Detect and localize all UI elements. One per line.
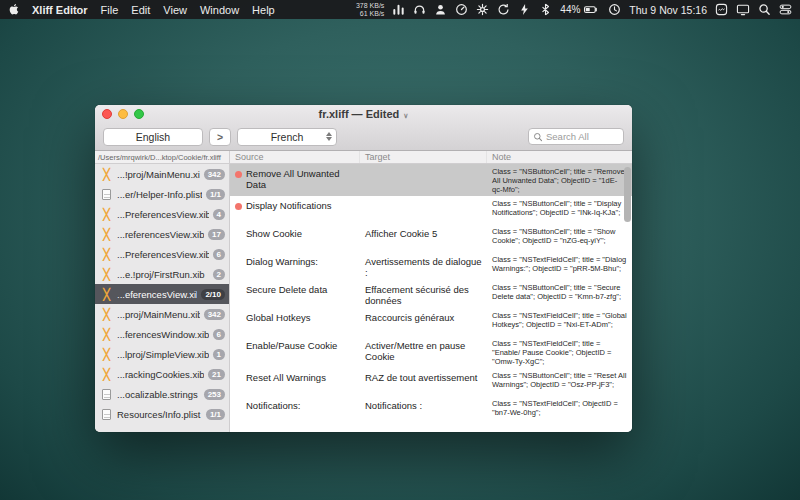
- xib-file-icon: ╳: [100, 369, 113, 380]
- note-cell: Class = "NSButtonCell"; title = "Secure …: [487, 280, 632, 308]
- count-badge: 21: [208, 369, 225, 380]
- count-badge: 342: [204, 169, 225, 180]
- target-cell: Effacement sécurisé des données: [360, 280, 487, 308]
- close-button[interactable]: [102, 109, 112, 119]
- bluetooth-icon[interactable]: [539, 3, 552, 16]
- note-cell: Class = "NSButtonCell"; title = "Show Co…: [487, 224, 632, 252]
- table-row[interactable]: Secure Delete dataEffacement sécurisé de…: [230, 280, 632, 308]
- window-body: ╳...!proj/MainMenu.xib342...er/Helper-In…: [95, 164, 632, 432]
- file-name-label: ...eferencesView.xib: [117, 289, 197, 300]
- xib-file-icon: ╳: [100, 329, 113, 340]
- count-badge: 17: [208, 229, 225, 240]
- count-badge: 2/10: [201, 289, 225, 300]
- target-language-select[interactable]: French: [237, 128, 337, 146]
- source-cell: Enable/Pause Cookie: [230, 336, 360, 368]
- window-title: fr.xliff — Edited∨: [95, 108, 632, 120]
- search-field[interactable]: [528, 128, 624, 145]
- column-header-target[interactable]: Target: [360, 151, 487, 163]
- siri-icon[interactable]: [715, 3, 728, 16]
- count-badge: 6: [213, 249, 225, 260]
- sidebar-item[interactable]: ╳...proj/MainMenu.xib342: [95, 304, 229, 324]
- plist-file-icon: [100, 189, 113, 200]
- untranslated-dot-icon: [235, 203, 242, 210]
- table-row[interactable]: Global HotkeysRaccourcis générauxClass =…: [230, 308, 632, 336]
- menu-edit[interactable]: Edit: [131, 4, 150, 16]
- display-icon[interactable]: [736, 3, 750, 16]
- table-row[interactable]: Dialog Warnings:Avertissements de dialog…: [230, 252, 632, 280]
- strings-file-icon: [100, 389, 113, 400]
- sidebar-item[interactable]: ...er/Helper-Info.plist1/1: [95, 184, 229, 204]
- source-language-button[interactable]: English: [103, 128, 203, 146]
- sidebar-item[interactable]: ╳...!proj/MainMenu.xib342: [95, 164, 229, 184]
- title-chevron-icon: ∨: [403, 112, 408, 119]
- menu-window[interactable]: Window: [200, 4, 239, 16]
- user-icon[interactable]: [434, 3, 447, 16]
- sidebar-item[interactable]: ╳...PreferencesView.xib6: [95, 244, 229, 264]
- count-badge: 6: [213, 329, 225, 340]
- sidebar-item[interactable]: Resources/Info.plist1/1: [95, 404, 229, 424]
- count-badge: 1/1: [206, 189, 225, 200]
- note-cell: Class = "NSButtonCell"; title = "Display…: [487, 196, 632, 224]
- sidebar-item[interactable]: ╳...rackingCookies.xib21: [95, 364, 229, 384]
- gear-icon[interactable]: [476, 3, 489, 16]
- sidebar-item[interactable]: ╳...PreferencesView.xib4: [95, 204, 229, 224]
- plist-file-icon: [100, 409, 113, 420]
- bolt-icon[interactable]: [518, 3, 531, 16]
- column-header-source[interactable]: Source: [230, 151, 360, 163]
- app-menu-title[interactable]: Xliff Editor: [32, 4, 88, 16]
- column-header-note[interactable]: Note: [487, 151, 632, 163]
- headphones-icon[interactable]: [413, 3, 426, 16]
- file-name-label: Resources/Info.plist: [117, 409, 202, 420]
- clock-icon[interactable]: [608, 3, 621, 16]
- sidebar-item[interactable]: ╳...referencesView.xib17: [95, 224, 229, 244]
- table-row[interactable]: Show CookieAfficher Cookie 5Class = "NSB…: [230, 224, 632, 252]
- file-path: /Users/mrqwirk/D...ktop/Cookie/fr.xliff: [95, 151, 230, 163]
- window-titlebar[interactable]: fr.xliff — Edited∨: [95, 105, 632, 123]
- sidebar-item[interactable]: ╳...e.!proj/FirstRun.xib2: [95, 264, 229, 284]
- minimize-button[interactable]: [118, 109, 128, 119]
- count-badge: 1/1: [206, 409, 225, 420]
- note-cell: Class = "NSTextFieldCell"; title = "Glob…: [487, 308, 632, 336]
- source-cell: Global Hotkeys: [230, 308, 360, 336]
- menu-file[interactable]: File: [101, 4, 119, 16]
- count-badge: 1: [213, 349, 225, 360]
- file-name-label: ...lproj/SimpleView.xib: [117, 349, 209, 360]
- count-badge: 2: [213, 269, 225, 280]
- zoom-button[interactable]: [134, 109, 144, 119]
- chart-bars-icon[interactable]: [392, 3, 405, 16]
- table-row[interactable]: Reset All WarningsRAZ de tout avertissem…: [230, 368, 632, 396]
- next-arrow-button[interactable]: >: [209, 128, 231, 146]
- control-center-icon[interactable]: [779, 3, 792, 16]
- chevron-updown-icon: [326, 132, 332, 141]
- target-cell: Notifications :: [360, 396, 487, 424]
- apple-menu-icon[interactable]: [8, 3, 19, 16]
- table-row[interactable]: Notifications:Notifications :Class = "NS…: [230, 396, 632, 424]
- source-cell: Notifications:: [230, 396, 360, 424]
- sidebar-item[interactable]: ╳...eferencesView.xib2/10: [95, 284, 229, 304]
- xib-file-icon: ╳: [100, 289, 113, 300]
- network-speed-status[interactable]: 378 KB/s 61 KB/s: [356, 2, 384, 18]
- source-cell: Dialog Warnings:: [230, 252, 360, 280]
- battery-status[interactable]: 44%: [560, 3, 600, 16]
- header-strip: /Users/mrqwirk/D...ktop/Cookie/fr.xliff …: [95, 151, 632, 164]
- menu-datetime[interactable]: Thu 9 Nov 15:16: [629, 4, 707, 16]
- sidebar-item[interactable]: ...ocalizable.strings253: [95, 384, 229, 404]
- table-row[interactable]: Display NotificationsClass = "NSButtonCe…: [230, 196, 632, 224]
- search-input[interactable]: [546, 131, 618, 142]
- toolbar: English > French: [95, 123, 632, 151]
- menu-view[interactable]: View: [163, 4, 187, 16]
- sidebar-item[interactable]: ╳...lproj/SimpleView.xib1: [95, 344, 229, 364]
- xliff-editor-window: fr.xliff — Edited∨ English > French /Use…: [95, 105, 632, 432]
- source-cell: Reset All Warnings: [230, 368, 360, 396]
- spotlight-icon[interactable]: [758, 3, 771, 16]
- sidebar-item[interactable]: ╳...ferencesWindow.xib6: [95, 324, 229, 344]
- sync-icon[interactable]: [497, 3, 510, 16]
- scrollbar-thumb[interactable]: [624, 167, 631, 222]
- table-row[interactable]: Enable/Pause CookieActiver/Mettre en pau…: [230, 336, 632, 368]
- gauge-icon[interactable]: [455, 3, 468, 16]
- table-row[interactable]: Remove All Unwanted DataClass = "NSButto…: [230, 164, 632, 196]
- battery-percent-label: 44%: [560, 4, 580, 15]
- menu-help[interactable]: Help: [252, 4, 275, 16]
- source-cell: Remove All Unwanted Data: [230, 164, 360, 196]
- xib-file-icon: ╳: [100, 169, 113, 180]
